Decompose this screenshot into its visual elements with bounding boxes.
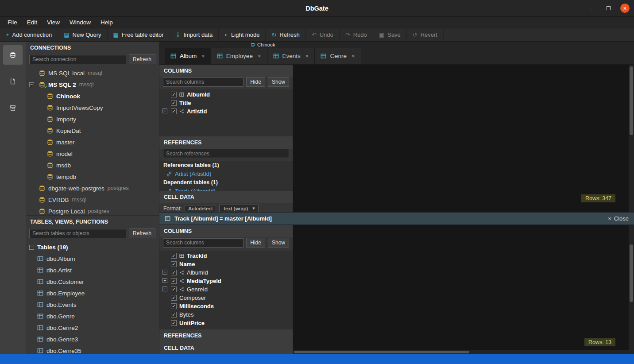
toolbar-save[interactable]: ▣Save [373,28,407,41]
checkbox-icon[interactable]: ✓ [171,278,177,284]
column-item-title[interactable]: ✓Title [159,99,293,107]
table-item-dbo-album[interactable]: dbo.Album [26,253,159,264]
search-references-input[interactable] [163,149,289,158]
menu-file[interactable]: File [3,18,22,27]
reference-link-artist-artistid[interactable]: Artist (ArtistId) [159,170,293,178]
activitybar-files[interactable] [3,72,23,91]
close-tab-icon[interactable]: × [201,53,205,59]
expander-icon[interactable]: + [162,108,167,113]
checkbox-icon[interactable]: ✓ [171,320,177,326]
column-item-composer[interactable]: ✓Composer [159,294,293,302]
expander-icon[interactable]: + [162,287,167,291]
toolbar-revert[interactable]: ↺Revert [407,28,444,41]
close-tab-icon[interactable]: × [258,53,261,59]
show-columns-button[interactable]: Show [268,77,289,87]
checkbox-icon[interactable]: ✓ [171,253,177,259]
table-item-dbo-customer[interactable]: dbo.Customer [26,276,159,287]
table-item-dbo-employee[interactable]: dbo.Employee [26,287,159,299]
connection-item-master[interactable]: master [26,136,159,148]
table-item-dbo-genre3[interactable]: dbo.Genre3 [26,333,159,345]
search-connection-input[interactable] [29,55,126,64]
activitybar-archive[interactable] [3,98,23,118]
menu-view[interactable]: View [42,18,65,27]
menu-window[interactable]: Window [65,18,96,27]
minimize-button[interactable]: – [587,4,596,13]
show-columns-button[interactable]: Show [268,238,289,248]
activitybar-connections[interactable] [3,45,23,65]
maximize-button[interactable] [603,4,613,13]
toolbar-redo[interactable]: ↷Redo [340,28,373,41]
close-detail-button[interactable]: ×Close [608,215,629,222]
scrollbar-thumb[interactable] [294,351,469,353]
toolbar-add-connection[interactable]: +Add connection [0,28,58,41]
checkbox-icon[interactable]: ✓ [171,100,177,106]
expander-icon[interactable]: + [162,270,167,275]
close-button[interactable]: × [620,4,630,13]
toolbar-light-mode[interactable]: ◐Light mode [219,28,266,41]
table-item-dbo-genre[interactable]: dbo.Genre [26,310,159,322]
refresh-connections-button[interactable]: Refresh [129,54,155,64]
table-item-dbo-artist[interactable]: dbo.Artist [26,264,159,276]
scrollbar-thumb[interactable] [630,66,633,135]
tab-genre[interactable]: Genre× [315,48,361,64]
toolbar-undo[interactable]: ↶Undo [306,28,340,41]
format-select[interactable]: Autodetect [185,205,216,212]
table-item-dbo-events[interactable]: dbo.Events [26,299,159,310]
column-item-artistid[interactable]: +✓ArtistId [159,107,293,116]
tab-events[interactable]: Events× [267,48,315,64]
checkbox-icon[interactable]: ✓ [171,295,177,301]
connection-item-chinook[interactable]: Chinook [26,90,159,102]
search-tables-input[interactable] [29,229,126,238]
checkbox-icon[interactable]: ✓ [171,287,177,292]
column-item-albumid[interactable]: +✓AlbumId [159,268,293,277]
menu-edit[interactable]: Edit [22,18,42,27]
column-item-albumid[interactable]: ✓AlbumId [159,90,293,99]
vertical-scrollbar[interactable] [629,225,634,354]
checkbox-icon[interactable]: ✓ [171,261,177,267]
hide-columns-button[interactable]: Hide [246,238,265,248]
expander-icon[interactable]: − [29,245,34,250]
toolbar-free-table-editor[interactable]: ▦Free table editor [108,28,170,41]
connection-item-evrdb[interactable]: EVRDBmssql [26,194,159,205]
connection-item-tempdb[interactable]: tempdb [26,171,159,182]
column-item-name[interactable]: ✓Name [159,260,293,268]
checkbox-icon[interactable]: ✓ [171,312,177,318]
expander-icon[interactable]: + [162,278,167,283]
column-item-mediatypeid[interactable]: +✓MediaTypeId [159,277,293,285]
reference-link-track-albumid[interactable]: Track (AlbumId) [159,187,293,191]
connection-item-ms-sql-2[interactable]: −✓MS SQL 2mssql [26,79,159,90]
checkbox-icon[interactable]: ✓ [171,270,177,275]
tables-group[interactable]: −Tables (19) [26,241,159,253]
format-display-select[interactable]: Text (wrap)▾ [219,205,258,212]
connection-item-ms-sql-local[interactable]: MS SQL localmssql [26,67,159,79]
search-columns-input[interactable] [163,77,244,87]
toolbar-import-data[interactable]: ↧Import data [170,28,219,41]
column-item-genreid[interactable]: +✓GenreId [159,285,293,294]
toolbar-new-query[interactable]: ▤New Query [58,28,107,41]
tab-album[interactable]: Album× [165,48,211,64]
hide-columns-button[interactable]: Hide [246,77,265,87]
connection-item-importy[interactable]: Importy [26,113,159,125]
expander-icon[interactable]: − [29,82,34,87]
refresh-tables-button[interactable]: Refresh [129,228,155,238]
checkbox-icon[interactable]: ✓ [171,108,177,114]
connection-item-model[interactable]: model [26,148,159,159]
scrollbar-thumb[interactable] [630,244,633,302]
connection-item-dbgate-web-postgres[interactable]: dbgate-web-postgrespostgres [26,182,159,194]
table-item-dbo-genre2[interactable]: dbo.Genre2 [26,322,159,333]
horizontal-scrollbar[interactable] [293,350,629,354]
close-tab-icon[interactable]: × [305,53,309,59]
connection-item-postgre-local[interactable]: Postgre Localpostgres [26,205,159,215]
column-item-milliseconds[interactable]: ✓Milliseconds [159,302,293,310]
connection-item-msdb[interactable]: msdb [26,159,159,171]
column-item-trackid[interactable]: ✓TrackId [159,252,293,260]
search-columns-input[interactable] [163,238,244,248]
connection-item-kopiedat[interactable]: KopieDat [26,125,159,136]
connection-item-importviewscopy[interactable]: ImportViewsCopy [26,102,159,113]
column-item-unitprice[interactable]: ✓UnitPrice [159,319,293,327]
close-tab-icon[interactable]: × [352,53,355,59]
column-item-bytes[interactable]: ✓Bytes [159,310,293,319]
checkbox-icon[interactable]: ✓ [171,92,177,97]
checkbox-icon[interactable]: ✓ [171,303,177,309]
menu-help[interactable]: Help [96,18,118,27]
